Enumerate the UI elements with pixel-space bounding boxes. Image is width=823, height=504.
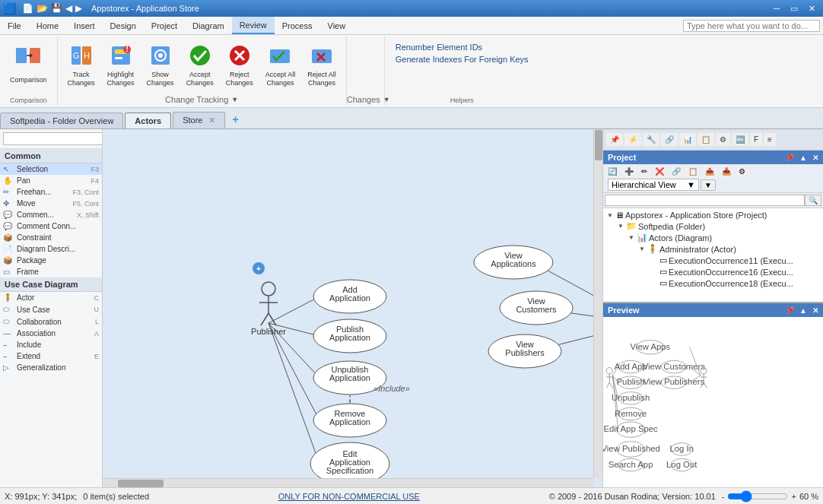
tree-item-exec11[interactable]: ▭ ExecutionOccurrence11 (Execu... (603, 255, 823, 266)
menu-home[interactable]: Home (29, 17, 66, 34)
track-changes-btn[interactable]: G H TrackChanges (62, 40, 100, 91)
tree-label-diagram: Actors (Diagram) (649, 233, 712, 242)
tool-diagram-descr[interactable]: 📄 Diagram Descri... (0, 243, 102, 255)
new-icon[interactable]: 📄 (22, 3, 33, 14)
rt-btn-4[interactable]: 🔗 (661, 133, 678, 146)
project-panel-maximize-btn[interactable]: ▲ (799, 154, 807, 162)
menu-review[interactable]: Review (232, 17, 275, 34)
tree-item-diagram[interactable]: ▼ 📊 Actors (Diagram) (603, 232, 823, 243)
project-tool-1[interactable]: 🔄 (605, 166, 620, 177)
change-tracking-collapse-btn[interactable]: ▼ (231, 96, 238, 103)
tree-item-exec18[interactable]: ▭ ExecutionOccurrence18 (Execu... (603, 277, 823, 289)
svg-text:View: View (504, 251, 523, 260)
comparison-btn[interactable]: Comparison (5, 40, 52, 88)
tree-item-exec16[interactable]: ▭ ExecutionOccurrence16 (Execu... (603, 266, 823, 277)
menu-process[interactable]: Process (275, 17, 320, 34)
generate-indexes-btn[interactable]: Generate Indexes For Foreign Keys (396, 55, 529, 64)
tree-item-project[interactable]: ▼ 🖥 Appstorex - Application Store (Proje… (603, 210, 823, 220)
forward-icon[interactable]: ▶ (75, 3, 82, 14)
renumber-ids-btn[interactable]: Renumber Element IDs (396, 43, 529, 52)
license-link[interactable]: ONLY FOR NON-COMMERCIAL USE (278, 492, 420, 501)
tree-item-actor[interactable]: ▼ 🧍 Administrator (Actor) (603, 243, 823, 255)
tool-generalization[interactable]: ▷ Generalization (0, 362, 102, 373)
tool-package[interactable]: 📦 Package (0, 255, 102, 266)
canvas-scrollbar-h[interactable] (103, 478, 593, 487)
menu-project[interactable]: Project (144, 17, 185, 34)
zoom-out-btn[interactable]: - (722, 492, 725, 501)
tool-frame[interactable]: ▭ Frame (0, 266, 102, 277)
project-search-btn[interactable]: 🔍 (805, 195, 821, 206)
tab-store-close[interactable]: ✕ (208, 116, 215, 125)
rt-btn-8[interactable]: 🔤 (732, 133, 748, 146)
tool-comment[interactable]: 💬 Commen... X, Shift (0, 209, 102, 220)
accept-changes-btn[interactable]: AcceptChanges (181, 40, 219, 91)
project-search-input[interactable] (605, 195, 805, 206)
project-panel-pin-btn[interactable]: 📌 (785, 154, 794, 162)
left-search-input[interactable] (3, 132, 103, 145)
tool-usecase[interactable]: ⬭ Use Case U (0, 303, 102, 315)
minimize-btn[interactable]: ─ (769, 4, 784, 14)
restore-btn[interactable]: ▭ (786, 4, 802, 14)
open-icon[interactable]: 📂 (37, 3, 48, 14)
rt-btn-6[interactable]: 📋 (697, 133, 714, 146)
menu-insert[interactable]: Insert (66, 17, 103, 34)
project-tool-7[interactable]: 📤 (702, 166, 717, 177)
close-btn[interactable]: ✕ (804, 4, 820, 14)
tree-icon-exec11: ▭ (659, 255, 667, 265)
hierarchical-view-dropdown[interactable]: Hierarchical View ▼ (608, 179, 699, 191)
generalization-icon: ▷ (3, 363, 14, 372)
project-panel-close-btn[interactable]: ✕ (812, 154, 818, 162)
rt-btn-3[interactable]: 🔧 (643, 133, 659, 146)
tool-actor[interactable]: 🧍 Actor C (0, 292, 102, 303)
tab-store[interactable]: Store ✕ (173, 112, 224, 128)
tool-include[interactable]: - - Include (0, 339, 102, 350)
rt-btn-10[interactable]: ≡ (764, 133, 776, 146)
zoom-in-btn[interactable]: + (791, 492, 796, 501)
tool-pan[interactable]: ✋ Pan F4 (0, 175, 102, 186)
project-tool-5[interactable]: 🔗 (669, 166, 684, 177)
menu-file[interactable]: File (0, 17, 29, 34)
rt-btn-5[interactable]: 📊 (679, 133, 696, 146)
project-tool-6[interactable]: 📋 (685, 166, 701, 177)
rt-btn-1[interactable]: 📌 (606, 133, 623, 146)
show-changes-btn[interactable]: ShowChanges (141, 40, 180, 91)
canvas-scrollbar-v[interactable] (593, 129, 602, 478)
back-icon[interactable]: ◀ (65, 3, 72, 14)
tool-constraint[interactable]: 📦 Constraint (0, 232, 102, 243)
tree-icon-exec18: ▭ (659, 278, 667, 288)
preview-panel-maximize-btn[interactable]: ▲ (799, 306, 807, 315)
tool-collaboration[interactable]: ⬭ Collaboration L (0, 315, 102, 328)
accept-all-changes-btn[interactable]: Accept AllChanges (260, 40, 301, 91)
tool-selection[interactable]: ↖ Selection F3 (0, 163, 102, 175)
canvas-area[interactable]: View Applications Add Application View C… (103, 129, 602, 487)
tool-extend[interactable]: - - Extend E (0, 350, 102, 362)
rt-btn-9[interactable]: F (750, 133, 762, 146)
project-tool-4[interactable]: ❌ (652, 166, 667, 177)
menu-search-input[interactable] (683, 20, 820, 32)
project-filter-btn[interactable]: ▼ (701, 179, 716, 191)
menu-diagram[interactable]: Diagram (185, 17, 232, 34)
rt-btn-2[interactable]: ⚡ (624, 133, 641, 146)
tree-item-folder[interactable]: ▼ 📁 Softpedia (Folder) (603, 220, 823, 232)
save-icon[interactable]: 💾 (51, 3, 62, 14)
project-tool-8[interactable]: 📥 (719, 166, 734, 177)
project-tool-2[interactable]: ➕ (621, 166, 637, 177)
tab-add-btn[interactable]: + (227, 110, 245, 128)
preview-panel-pin-btn[interactable]: 📌 (785, 306, 794, 315)
highlight-changes-btn[interactable]: ! HighlightChanges (102, 40, 140, 91)
tab-actors[interactable]: Actors (125, 113, 171, 128)
rt-btn-7[interactable]: ⚙ (716, 133, 730, 146)
tab-folder-overview[interactable]: Softpedia - Folder Overview (0, 113, 123, 128)
tool-freehand[interactable]: ✏ Freehan... F3, Cont (0, 186, 102, 198)
tool-move[interactable]: ✥ Move F5, Cont (0, 198, 102, 209)
zoom-slider[interactable] (727, 490, 788, 502)
menu-design[interactable]: Design (103, 17, 144, 34)
reject-changes-btn[interactable]: RejectChanges (221, 40, 259, 91)
menu-view[interactable]: View (320, 17, 354, 34)
project-tool-9[interactable]: ⚙ (736, 166, 748, 177)
preview-panel-close-btn[interactable]: ✕ (812, 306, 818, 315)
reject-all-changes-btn[interactable]: Reject AllChanges (302, 40, 342, 91)
project-tool-3[interactable]: ✏ (638, 166, 650, 177)
tool-comment-conn[interactable]: 💬 Comment Conn... (0, 220, 102, 232)
tool-association[interactable]: — Association A (0, 328, 102, 339)
